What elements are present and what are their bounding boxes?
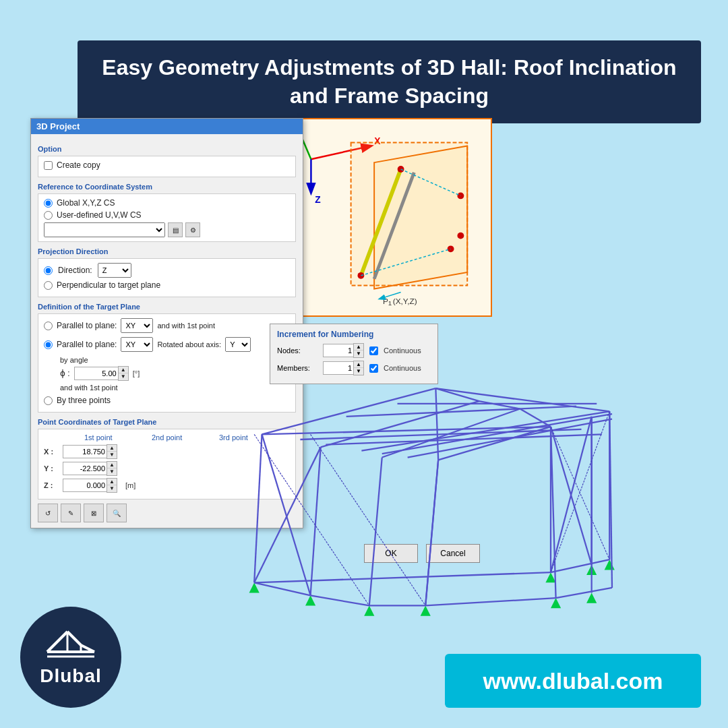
x-up[interactable]: ▲ [107, 445, 117, 452]
x-input[interactable] [63, 445, 107, 458]
svg-line-60 [262, 434, 311, 595]
svg-marker-30 [586, 593, 597, 603]
direction-row: Direction: Z X Y [44, 263, 290, 278]
viewport-svg: X Y Z [271, 119, 491, 315]
toolbar-btn4[interactable]: 🔍 [107, 504, 127, 522]
svg-text:P: P [383, 297, 388, 306]
perpendicular-row: Perpendicular to target plane [44, 280, 290, 290]
svg-line-38 [262, 388, 436, 434]
svg-point-13 [457, 233, 464, 239]
dialog-titlebar: 3D Project [31, 119, 303, 134]
svg-line-64 [479, 401, 520, 408]
svg-line-57 [425, 598, 555, 605]
svg-line-62 [551, 427, 592, 565]
parallel1-radio[interactable] [44, 322, 53, 330]
dlubal-icon [44, 628, 98, 661]
x-down[interactable]: ▼ [107, 452, 117, 458]
dlubal-name: Dlubal [40, 665, 102, 687]
perpendicular-radio[interactable] [44, 281, 53, 290]
phi-down[interactable]: ▼ [119, 373, 128, 380]
create-copy-checkbox[interactable] [44, 161, 53, 170]
toolbar-btn2[interactable]: ✎ [61, 504, 81, 522]
svg-line-68 [346, 406, 576, 417]
global-cs-row: Global X,Y,Z CS [44, 198, 290, 208]
svg-line-67 [425, 460, 438, 605]
z-label: Z : [44, 481, 59, 489]
x-spinner[interactable]: ▲ ▼ [63, 444, 117, 459]
y-label: Y : [44, 464, 59, 473]
global-cs-label: Global X,Y,Z CS [57, 198, 115, 208]
create-copy-label: Create copy [57, 160, 100, 170]
coords-unit: [m] [125, 481, 135, 489]
parallel1-select[interactable]: XYXZYZ [121, 318, 153, 333]
hall-model [155, 317, 701, 624]
header-title: Easy Geometry Adjustments of 3D Hall: Ro… [98, 54, 681, 110]
cs-icon-btn1[interactable]: ▤ [168, 222, 183, 237]
user-cs-label: User-defined U,V,W CS [57, 210, 142, 220]
create-copy-row: Create copy [44, 160, 290, 170]
svg-text:1: 1 [388, 299, 392, 307]
svg-marker-23 [305, 595, 315, 605]
website-banner: www.dlubal.com [445, 654, 701, 708]
parallel2-label: Parallel to plane: [57, 340, 117, 349]
parallel2-select[interactable]: XYXZYZ [121, 337, 153, 352]
parallel2-radio[interactable] [44, 340, 53, 349]
toolbar-btn1[interactable]: ↺ [38, 504, 58, 522]
three-points-radio[interactable] [44, 396, 53, 405]
target-plane-label: Definition of the Target Plane [38, 303, 296, 311]
option-section: Create copy [38, 156, 296, 177]
hall-frame [254, 388, 612, 605]
reference-cs-label: Reference to Coordinate System [38, 183, 296, 191]
phi-label: ϕ : [60, 369, 70, 378]
svg-marker-25 [421, 605, 431, 615]
svg-line-66 [435, 388, 438, 460]
svg-line-65 [520, 409, 551, 427]
y-up[interactable]: ▲ [107, 462, 117, 468]
dlubal-logo: Dlubal [20, 607, 121, 708]
col-1st: 1st point [84, 433, 152, 442]
svg-line-55 [311, 595, 369, 605]
z-down[interactable]: ▼ [107, 485, 117, 492]
global-cs-radio[interactable] [44, 199, 53, 208]
user-cs-radio[interactable] [44, 211, 53, 220]
option-section-label: Option [38, 145, 296, 153]
svg-line-74 [47, 632, 67, 652]
user-cs-row: User-defined U,V,W CS [44, 210, 290, 220]
x-label: X : [44, 448, 59, 456]
projection-section: Direction: Z X Y Perpendicular to target… [38, 258, 296, 297]
three-points-label: By three points [57, 396, 111, 405]
phi-unit: [°] [133, 369, 140, 377]
svg-line-59 [254, 447, 321, 582]
svg-line-63 [435, 388, 479, 401]
svg-point-12 [398, 166, 404, 173]
svg-line-32 [311, 447, 321, 595]
cs-dropdown-row: ▤ ⚙ [44, 222, 290, 237]
z-up[interactable]: ▲ [107, 479, 117, 485]
perpendicular-label: Perpendicular to target plane [57, 280, 160, 290]
foundation-markers [249, 559, 615, 615]
cs-icon-btn2[interactable]: ⚙ [185, 222, 200, 237]
phi-up[interactable]: ▲ [119, 367, 128, 373]
direction-select[interactable]: Z X Y [98, 263, 131, 278]
svg-line-75 [67, 632, 81, 645]
direction-radio[interactable] [44, 266, 53, 275]
svg-line-53 [551, 559, 609, 572]
svg-marker-26 [545, 572, 555, 582]
toolbar-btn3[interactable]: ⊠ [84, 504, 104, 522]
cs-dropdown[interactable] [44, 222, 165, 237]
svg-line-58 [556, 588, 612, 598]
direction-label: Direction: [58, 266, 92, 275]
website-url: www.dlubal.com [483, 668, 663, 694]
phi-input[interactable] [74, 367, 118, 380]
phi-spinner[interactable]: ▲ ▼ [74, 366, 129, 381]
y-spinner[interactable]: ▲ ▼ [63, 461, 117, 476]
y-down[interactable]: ▼ [107, 468, 117, 475]
z-spinner[interactable]: ▲ ▼ [63, 478, 117, 493]
parallel1-label: Parallel to plane: [57, 321, 117, 330]
svg-line-31 [254, 434, 262, 582]
z-input[interactable] [63, 479, 107, 492]
projection-label: Projection Direction [38, 247, 296, 255]
svg-marker-29 [551, 598, 561, 608]
y-input[interactable] [63, 462, 107, 475]
svg-line-54 [254, 582, 310, 595]
